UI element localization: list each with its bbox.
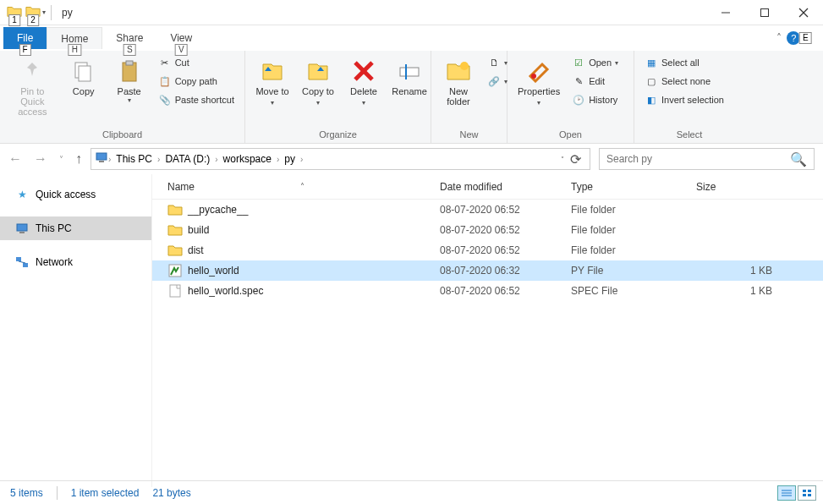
copy-button[interactable]: Copy: [63, 54, 104, 100]
svg-rect-1: [761, 9, 769, 17]
nav-quick-access[interactable]: ★ Quick access: [0, 183, 151, 206]
file-name: dist: [188, 244, 204, 256]
crumb-sep[interactable]: ›: [300, 155, 303, 164]
invert-selection-button[interactable]: ◧Invert selection: [641, 91, 727, 108]
close-button[interactable]: [784, 0, 823, 25]
maximize-button[interactable]: [745, 0, 784, 25]
content-pane: Name˄ Date modified Type Size __pycache_…: [152, 174, 823, 487]
copy-path-button[interactable]: 📋Copy path: [155, 73, 238, 90]
pin-icon: [19, 58, 46, 85]
minimize-button[interactable]: [706, 0, 745, 25]
select-all-button[interactable]: ▦Select all: [641, 54, 727, 71]
pc-icon: [15, 222, 29, 235]
help-icon[interactable]: ?: [787, 31, 800, 45]
crumb-py[interactable]: py: [279, 153, 300, 165]
delete-button[interactable]: Delete▾: [343, 54, 384, 110]
nav-this-pc[interactable]: This PC: [0, 216, 151, 240]
tab-home[interactable]: Home H: [47, 27, 102, 49]
file-row[interactable]: build08-07-2020 06:52File folder: [152, 220, 823, 240]
tab-share[interactable]: Share S: [102, 27, 156, 49]
btn-label: New folder: [442, 86, 475, 107]
details-view-button[interactable]: [777, 485, 796, 501]
file-type-cell: SPEC File: [571, 285, 696, 297]
edit-button[interactable]: ✎Edit: [568, 73, 622, 90]
btn-label: Properties▾: [518, 86, 560, 107]
move-icon: [259, 58, 286, 85]
rename-button[interactable]: Rename: [389, 54, 430, 100]
svg-rect-17: [19, 232, 25, 233]
file-type-cell: File folder: [571, 204, 696, 216]
tab-label: File: [17, 32, 33, 44]
col-header-name[interactable]: Name˄: [167, 181, 440, 193]
nav-network[interactable]: Network: [0, 250, 151, 274]
svg-line-20: [19, 261, 25, 263]
select-none-button[interactable]: ▢Select none: [641, 73, 727, 90]
up-button[interactable]: ↑: [75, 151, 82, 167]
btn-label: History: [589, 95, 617, 105]
network-icon: [15, 255, 29, 269]
tab-file[interactable]: File F: [3, 27, 47, 49]
group-label: Clipboard: [7, 129, 238, 141]
pin-to-quick-access-button[interactable]: Pin to Quick access: [7, 54, 58, 120]
btn-label: Delete▾: [350, 86, 377, 107]
btn-label: Pin to Quick access: [10, 86, 55, 117]
column-headers: Name˄ Date modified Type Size: [152, 174, 823, 200]
copy-to-button[interactable]: Copy to ▾: [298, 54, 338, 110]
crumb-workspace[interactable]: workspace: [218, 153, 277, 165]
file-date-cell: 08-07-2020 06:52: [440, 204, 571, 216]
search-box[interactable]: 🔍: [599, 148, 815, 170]
btn-label: Cut: [175, 58, 189, 68]
back-button[interactable]: ←: [8, 151, 22, 167]
crumb-drive[interactable]: DATA (D:): [160, 153, 215, 165]
refresh-button[interactable]: ⟳: [564, 151, 586, 167]
btn-label: Paste shortcut: [175, 95, 234, 105]
file-row[interactable]: dist08-07-2020 06:52File folder: [152, 240, 823, 260]
btn-label: Edit: [589, 76, 605, 86]
file-row[interactable]: hello_world08-07-2020 06:32PY File1 KB: [152, 260, 823, 281]
group-label: Select: [641, 129, 738, 141]
move-to-button[interactable]: Move to ▾: [252, 54, 293, 110]
paste-icon: [116, 58, 143, 85]
qat-folder-icon-2[interactable]: 2: [24, 3, 42, 23]
rename-icon: [396, 58, 423, 85]
history-icon: 🕑: [572, 93, 585, 107]
search-input[interactable]: [606, 153, 776, 165]
file-name: hello_world.spec: [188, 285, 263, 297]
file-row[interactable]: hello_world.spec08-07-2020 06:52SPEC Fil…: [152, 281, 823, 301]
forward-button[interactable]: →: [34, 151, 47, 167]
group-label: Open: [514, 129, 627, 141]
paste-shortcut-button[interactable]: 📎Paste shortcut: [155, 91, 238, 108]
new-folder-button[interactable]: New folder: [438, 54, 479, 110]
cut-button[interactable]: ✂Cut: [155, 54, 238, 71]
properties-button[interactable]: Properties▾: [514, 54, 563, 110]
divider: [57, 486, 58, 500]
col-header-date[interactable]: Date modified: [440, 181, 571, 193]
history-dropdown[interactable]: ˅: [59, 155, 63, 164]
main-area: ★ Quick access This PC Network Name˄ Dat…: [0, 174, 823, 487]
open-button[interactable]: ☑Open ▾: [568, 54, 622, 71]
tab-view[interactable]: View V: [156, 27, 206, 49]
col-header-type[interactable]: Type: [571, 181, 696, 193]
window-controls: [706, 0, 823, 25]
qat-folder-icon[interactable]: 1: [5, 3, 24, 23]
scissors-icon: ✂: [158, 56, 172, 69]
qat-dropdown[interactable]: ▾: [42, 8, 46, 16]
history-button[interactable]: 🕑History: [568, 91, 622, 108]
col-header-size[interactable]: Size: [696, 181, 781, 193]
file-name-cell: build: [167, 222, 440, 238]
ribbon-collapse-icon[interactable]: ˄: [776, 32, 782, 44]
py-icon: [167, 263, 183, 278]
select-all-icon: ▦: [645, 56, 658, 69]
crumb-this-pc[interactable]: This PC: [111, 153, 157, 165]
tab-label: Share: [116, 32, 143, 44]
properties-icon: [525, 58, 552, 85]
file-row[interactable]: __pycache__08-07-2020 06:52File folder: [152, 200, 823, 220]
btn-label: Invert selection: [661, 95, 724, 105]
file-type-cell: File folder: [571, 244, 696, 256]
search-icon[interactable]: 🔍: [790, 151, 807, 167]
paste-button[interactable]: Paste ▾: [109, 54, 150, 107]
svg-rect-5: [79, 66, 91, 81]
thumbnails-view-button[interactable]: [798, 485, 816, 501]
file-type-cell: PY File: [571, 265, 696, 277]
address-bar[interactable]: › This PC › DATA (D:) › workspace › py ›…: [91, 148, 590, 170]
